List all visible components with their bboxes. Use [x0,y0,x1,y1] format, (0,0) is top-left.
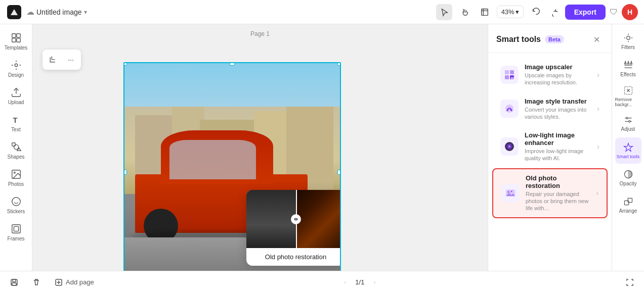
smart-tool-low-light[interactable]: Low-light image enhancer Improve low-lig… [492,126,608,167]
full-screen-button[interactable] [622,276,638,288]
collapse-handle[interactable]: ‹ [340,162,341,182]
delete-page-button[interactable] [28,276,45,288]
low-light-chevron-icon: › [597,142,599,151]
sidebar-templates-label: Templates [5,45,28,51]
handle-middle-left[interactable] [123,170,127,175]
style-transfer-info: Image style transfer Convert your images… [525,97,591,121]
right-sidebar-item-adjust[interactable]: Adjust [615,110,641,136]
right-sidebar-item-opacity[interactable]: Opacity [615,165,641,191]
low-light-desc: Improve low-light image quality with AI. [525,148,591,162]
right-sidebar-item-smart-tools[interactable]: Smart tools [615,137,641,164]
handle-middle-right[interactable] [337,170,341,175]
sidebar-item-shapes[interactable]: Shapes [3,137,29,164]
upscaler-desc: Upscale images by increasing resolution. [525,72,591,86]
svg-rect-2 [12,34,15,37]
old-photo-restoration-tooltip: Old photo restoration [246,190,341,266]
more-options-button[interactable]: ··· [63,52,79,68]
svg-point-9 [14,144,18,149]
frame-tool-button[interactable] [477,4,493,20]
prev-page-button[interactable]: ‹ [339,276,351,288]
old-photo-desc: Repair your damaged photos or bring them… [526,190,590,212]
select-tool-button[interactable] [436,4,452,20]
svg-point-23 [507,109,509,111]
svg-rect-44 [13,279,16,282]
right-opacity-label: Opacity [620,181,637,186]
add-page-button[interactable]: Add page [51,276,98,288]
main-area: Templates Design Upload T Text [0,24,644,271]
right-icon-sidebar: Filters Effects Remove backgr... [612,24,644,271]
smart-tool-upscaler[interactable]: 4K Image upscaler Upscale images by incr… [492,58,608,91]
svg-text:4K: 4K [510,77,514,80]
canvas-area[interactable]: Page 1 ··· [32,24,488,271]
add-page-label: Add page [66,278,94,286]
svg-point-24 [510,109,512,111]
sidebar-item-upload[interactable]: Upload [3,83,29,109]
sidebar-item-photos[interactable]: Photos [3,165,29,191]
sidebar-item-frames[interactable]: Frames [3,219,29,246]
page-label: Page 1 [250,30,270,37]
page-navigation: ‹ 1/1 › [104,276,616,288]
smart-panel-header: Smart tools Beta ✕ [488,24,612,53]
style-transfer-icon-wrap [500,100,519,118]
canvas-frame[interactable]: SO 3 8108 ↻ ‹ [123,62,341,271]
handle-top-left[interactable] [123,62,127,66]
svg-rect-19 [505,75,509,79]
topbar-right: Export 🛡 H [565,4,638,20]
smart-panel-close-button[interactable]: ✕ [589,32,604,46]
shield-icon: 🛡 [610,8,618,17]
export-button[interactable]: Export [565,5,606,20]
sidebar-photos-label: Photos [8,181,24,187]
topbar-center: 43% ▾ [436,4,561,20]
sidebar-item-templates[interactable]: Templates [3,28,29,55]
zoom-chevron-icon: ▾ [516,8,519,16]
right-adjust-label: Adjust [621,126,635,132]
smart-tools-panel: Smart tools Beta ✕ 4K Image ups [488,24,612,271]
low-light-icon-wrap [500,137,519,156]
undo-button[interactable] [528,4,544,20]
sidebar-item-design[interactable]: Design [3,56,29,82]
smart-tool-style-transfer[interactable]: Image style transfer Convert your images… [492,92,608,126]
tooltip-preview-image [246,190,341,248]
sidebar-design-label: Design [8,72,24,78]
handle-top-right[interactable] [337,62,341,66]
svg-point-6 [15,64,18,67]
tooltip-before-image [246,190,296,248]
old-photo-icon-wrap [501,184,520,202]
right-sidebar-item-effects[interactable]: Effects [615,56,641,82]
sidebar-item-text[interactable]: T Text [3,110,29,136]
cloud-icon: ☁ [26,7,34,17]
title-chevron-icon[interactable]: ▾ [84,9,87,16]
crop-tool-button[interactable] [45,52,61,68]
svg-rect-18 [510,70,514,74]
avatar[interactable]: H [622,4,638,20]
svg-point-27 [508,145,510,148]
hand-tool-button[interactable] [456,4,473,20]
save-to-device-button[interactable] [6,276,22,288]
right-sidebar-item-filters[interactable]: Filters [615,28,641,55]
sidebar-item-stickers[interactable]: Stickers [3,192,29,218]
right-remove-bg-label: Remove backgr... [615,97,641,107]
smart-tool-old-photo[interactable]: Old photo restoration Repair your damage… [492,168,608,218]
page-indicator: 1/1 [355,278,364,286]
svg-rect-5 [16,38,20,42]
document-title: Untitled image [36,8,82,16]
right-sidebar-item-remove-bg[interactable]: Remove backgr... [615,83,641,109]
tooltip-label: Old photo restoration [246,248,341,266]
sidebar-shapes-label: Shapes [8,154,25,160]
old-photo-info: Old photo restoration Repair your damage… [526,174,590,212]
redo-button[interactable] [545,4,561,20]
right-sidebar-item-arrange[interactable]: Arrange [615,192,641,218]
zoom-value: 43% [501,8,514,16]
next-page-button[interactable]: › [368,276,380,288]
svg-rect-3 [16,34,20,37]
canvas-toolbar: ··· [42,50,81,70]
upscaler-icon-wrap: 4K [500,66,519,84]
tooltip-drag-handle[interactable] [291,214,301,224]
svg-point-13 [14,172,15,173]
old-photo-name: Old photo restoration [526,174,590,189]
smart-tools-list: 4K Image upscaler Upscale images by incr… [488,53,612,271]
handle-top-middle[interactable] [230,62,235,66]
zoom-control[interactable]: 43% ▾ [497,6,524,18]
svg-rect-16 [14,226,18,231]
svg-point-39 [628,121,630,122]
